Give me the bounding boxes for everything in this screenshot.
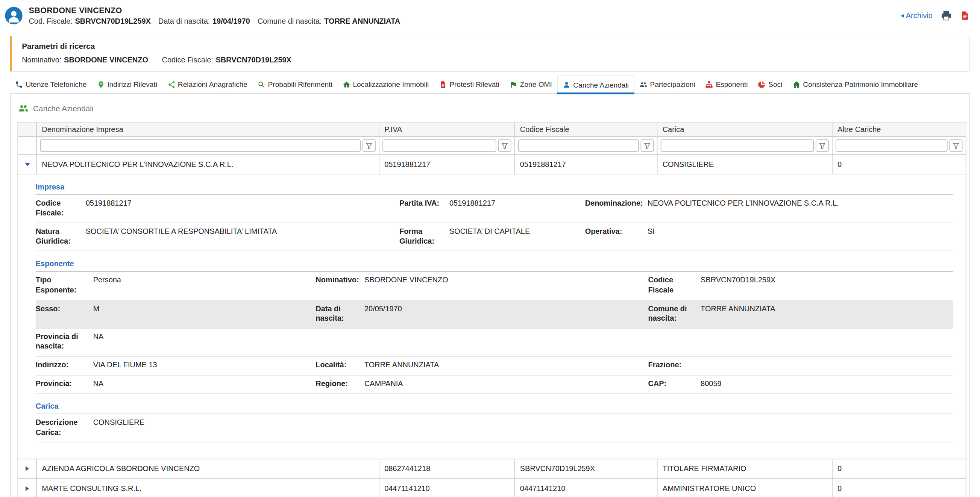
field-value: NA — [93, 379, 316, 389]
tab-relazioni-anagrafiche[interactable]: Relazioni Anagrafiche — [162, 76, 252, 93]
tab-label: Utenze Telefoniche — [25, 81, 86, 88]
field-value: VIA DEL FIUME 13 — [93, 360, 316, 370]
piva-cell: 04471141210 — [379, 479, 515, 497]
tab-cariche-aziendali[interactable]: Cariche Aziendali — [557, 76, 635, 93]
person-name: SBORDONE VINCENZO — [29, 5, 400, 15]
table-row-1[interactable]: NEOVA POLITECNICO PER L’INNOVAZIONE S.C.… — [18, 155, 966, 175]
tab-consistenza-patrimonio-immobiliare[interactable]: Consistenza Patrimonio Immobiliare — [788, 76, 923, 93]
table-row-2[interactable]: AZIENDA AGRICOLA SBORDONE VINCENZO 08627… — [18, 459, 966, 479]
row-1-detail: Impresa Codice Fiscale: 05191881217 Part… — [18, 175, 966, 459]
detail-row: Tipo Esponente: Persona Nominativo: SBOR… — [36, 272, 953, 300]
detail-row: Provincia di nascita: NA — [36, 329, 953, 357]
tab-partecipazioni[interactable]: Partecipazioni — [635, 76, 700, 93]
person-identity: SBORDONE VINCENZO Cod. Fiscale:SBRVCN70D… — [29, 5, 400, 25]
field-value: SI — [648, 227, 953, 247]
filter-codice-fiscale-button[interactable] — [641, 140, 654, 152]
table-filter-row — [18, 137, 966, 155]
carica-cell: TITOLARE FIRMATARIO — [657, 459, 832, 479]
col-codice-fiscale: Codice Fiscale — [515, 122, 657, 137]
tab-indirizzi-rilevati[interactable]: Indirizzi Rilevati — [92, 76, 162, 93]
filter-piva-button[interactable] — [498, 140, 511, 152]
header-actions: ◂Archivio — [900, 10, 970, 21]
filter-carica-input[interactable] — [661, 140, 814, 152]
field-value: SOCIETA’ CONSORTILE A RESPONSABILITA’ LI… — [86, 227, 399, 247]
col-denominazione-impresa: Denominazione Impresa — [37, 122, 379, 137]
expand-row-button[interactable] — [25, 466, 29, 471]
filter-codice-fiscale-input[interactable] — [518, 140, 639, 152]
cod-fiscale-label: Cod. Fiscale: — [29, 17, 72, 25]
field-label: Partita IVA: — [399, 199, 449, 218]
field-label: Forma Giuridica: — [399, 227, 449, 247]
filter-altre-cariche-button[interactable] — [950, 140, 963, 152]
tab-probabili-riferimenti[interactable]: Probabili Riferimenti — [252, 76, 337, 93]
tab-esponenti[interactable]: Esponenti — [700, 76, 753, 93]
field-value — [701, 360, 953, 370]
search-params-title: Parametri di ricerca — [22, 42, 959, 50]
field-value: 05191881217 — [449, 199, 585, 218]
denominazione-cell: AZIENDA AGRICOLA SBORDONE VINCENZO — [37, 459, 379, 479]
page: SBORDONE VINCENZO Cod. Fiscale:SBRVCN70D… — [0, 0, 980, 497]
data-nascita-label: Data di nascita: — [158, 17, 210, 25]
tab-zone-omi[interactable]: Zone OMI — [504, 76, 557, 93]
codice-fiscale-value: SBRVCN70D19L259X — [216, 56, 291, 64]
collapse-row-button[interactable] — [25, 163, 30, 166]
detail-row: Provincia: NA Regione: CAMPANIA CAP: 800… — [36, 375, 953, 394]
filter-altre-cariche-input[interactable] — [835, 140, 947, 152]
table-row-3[interactable]: MARTE CONSULTING S.R.L. 04471141210 0447… — [18, 479, 966, 497]
field-label: Operativa: — [585, 227, 648, 247]
funnel-icon — [819, 142, 826, 149]
field-label: Comune di nascita: — [648, 304, 701, 324]
export-pdf-button[interactable] — [960, 10, 970, 20]
search-params-box: Parametri di ricerca Nominativo:SBORDONE… — [10, 36, 970, 72]
field-value: M — [93, 304, 316, 324]
funnel-icon — [366, 142, 372, 149]
field-label — [315, 332, 364, 352]
archivio-link[interactable]: ◂Archivio — [900, 11, 932, 19]
tab-bar: Utenze Telefoniche Indirizzi Rilevati Re… — [10, 76, 970, 94]
tab-label: Consistenza Patrimonio Immobiliare — [803, 81, 918, 88]
cariche-table: Denominazione Impresa P.IVA Codice Fisca… — [18, 122, 966, 497]
cariche-aziendali-panel: Cariche Aziendali Denominazione Impresa … — [10, 94, 970, 497]
altre-cariche-cell: 0 — [833, 459, 966, 479]
comune-nascita-value: TORRE ANNUNZIATA — [324, 17, 400, 25]
tab-localizzazione-immobili[interactable]: Localizzazione Immobili — [337, 76, 434, 93]
detail-row: Natura Giuridica: SOCIETA’ CONSORTILE A … — [36, 223, 953, 251]
tab-label: Cariche Aziendali — [573, 81, 629, 88]
pdf-export-icon — [960, 10, 970, 20]
people-icon — [18, 103, 29, 114]
tab-soci[interactable]: Soci — [753, 76, 788, 93]
tab-label: Protesti Rilevati — [449, 81, 500, 88]
tab-protesti-rilevati[interactable]: Protesti Rilevati — [434, 76, 505, 93]
impresa-section: Impresa Codice Fiscale: 05191881217 Part… — [36, 182, 953, 251]
detail-row: Descrizione Carica: CONSIGLIERE — [36, 414, 953, 443]
altre-cariche-cell: 0 — [833, 479, 966, 497]
field-label: Provincia di nascita: — [36, 332, 93, 352]
field-value: NEOVA POLITECNICO PER L’INNOVAZIONE S.C.… — [648, 199, 953, 218]
tab-label: Soci — [768, 81, 782, 88]
search-icon — [257, 81, 266, 89]
codice-fiscale-label: Codice Fiscale: — [162, 56, 213, 64]
tab-utenze-telefoniche[interactable]: Utenze Telefoniche — [10, 76, 92, 93]
field-value: 20/05/1970 — [364, 304, 648, 324]
nominativo-label: Nominativo: — [22, 56, 61, 64]
filter-denominazione-impresa-button[interactable] — [363, 140, 375, 152]
expand-row-button[interactable] — [25, 486, 29, 491]
network-icon — [167, 81, 176, 89]
filter-piva-input[interactable] — [382, 140, 496, 152]
field-label: Tipo Esponente: — [36, 276, 93, 295]
altre-cariche-cell: 0 — [833, 155, 966, 175]
field-label: Data di nascita: — [315, 304, 364, 324]
detail-row: Codice Fiscale: 05191881217 Partita IVA:… — [36, 195, 953, 223]
piva-cell: 05191881217 — [379, 155, 515, 175]
field-value: SBRVCN70D19L259X — [701, 276, 953, 295]
field-value: Persona — [93, 276, 316, 295]
nominativo-value: SBORDONE VINCENZO — [64, 56, 148, 64]
detail-row: Sesso: M Data di nascita: 20/05/1970 Com… — [36, 300, 953, 329]
filter-denominazione-impresa-input[interactable] — [40, 140, 361, 152]
print-button[interactable] — [940, 10, 952, 21]
section-title: Cariche Aziendali — [33, 104, 94, 113]
cod-fiscale-value: SBRVCN70D19L259X — [75, 17, 150, 25]
filter-carica-button[interactable] — [816, 140, 829, 152]
field-value: CONSIGLIERE — [93, 418, 953, 438]
field-value — [364, 332, 648, 352]
